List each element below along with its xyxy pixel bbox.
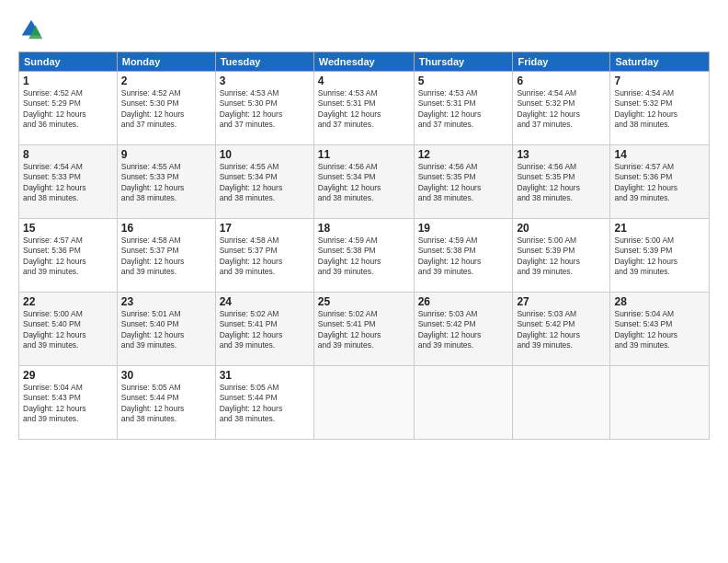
- day-info: Sunrise: 4:57 AM Sunset: 5:36 PM Dayligh…: [23, 236, 113, 278]
- day-number: 26: [418, 295, 509, 308]
- day-info: Sunrise: 4:58 AM Sunset: 5:37 PM Dayligh…: [121, 236, 211, 278]
- day-number: 5: [418, 75, 509, 87]
- header-day-thursday: Thursday: [414, 52, 513, 72]
- day-info: Sunrise: 5:02 AM Sunset: 5:41 PM Dayligh…: [318, 309, 410, 351]
- day-number: 16: [121, 222, 211, 235]
- day-number: 21: [614, 222, 705, 235]
- calendar-header-row: SundayMondayTuesdayWednesdayThursdayFrid…: [19, 52, 710, 72]
- day-info: Sunrise: 5:05 AM Sunset: 5:44 PM Dayligh…: [220, 383, 310, 425]
- calendar-cell: 9Sunrise: 4:55 AM Sunset: 5:33 PM Daylig…: [117, 145, 215, 219]
- calendar-cell: [414, 366, 513, 440]
- day-info: Sunrise: 4:55 AM Sunset: 5:33 PM Dayligh…: [121, 162, 211, 204]
- day-number: 6: [517, 75, 606, 87]
- day-number: 28: [614, 295, 705, 308]
- calendar-cell: 5Sunrise: 4:53 AM Sunset: 5:31 PM Daylig…: [414, 72, 513, 145]
- header-day-friday: Friday: [513, 52, 610, 72]
- day-info: Sunrise: 5:04 AM Sunset: 5:43 PM Dayligh…: [23, 383, 113, 425]
- day-info: Sunrise: 4:52 AM Sunset: 5:30 PM Dayligh…: [121, 88, 211, 131]
- calendar-cell: 22Sunrise: 5:00 AM Sunset: 5:40 PM Dayli…: [19, 293, 118, 366]
- day-number: 25: [318, 295, 410, 308]
- day-info: Sunrise: 5:00 AM Sunset: 5:39 PM Dayligh…: [517, 236, 606, 278]
- calendar-cell: 26Sunrise: 5:03 AM Sunset: 5:42 PM Dayli…: [414, 293, 513, 366]
- day-number: 14: [614, 148, 705, 161]
- day-number: 23: [121, 295, 211, 308]
- day-info: Sunrise: 5:02 AM Sunset: 5:41 PM Dayligh…: [220, 309, 310, 351]
- calendar-week-1: 1Sunrise: 4:52 AM Sunset: 5:29 PM Daylig…: [19, 72, 710, 145]
- day-info: Sunrise: 4:54 AM Sunset: 5:32 PM Dayligh…: [517, 88, 606, 131]
- day-number: 17: [220, 222, 310, 235]
- calendar-week-2: 8Sunrise: 4:54 AM Sunset: 5:33 PM Daylig…: [19, 145, 710, 219]
- day-info: Sunrise: 5:00 AM Sunset: 5:39 PM Dayligh…: [614, 236, 705, 278]
- calendar-cell: 11Sunrise: 4:56 AM Sunset: 5:34 PM Dayli…: [313, 145, 414, 219]
- calendar-cell: 27Sunrise: 5:03 AM Sunset: 5:42 PM Dayli…: [513, 293, 610, 366]
- day-info: Sunrise: 5:00 AM Sunset: 5:40 PM Dayligh…: [23, 309, 113, 351]
- calendar-cell: 29Sunrise: 5:04 AM Sunset: 5:43 PM Dayli…: [19, 366, 118, 440]
- day-number: 2: [121, 75, 211, 87]
- calendar-cell: 16Sunrise: 4:58 AM Sunset: 5:37 PM Dayli…: [117, 219, 215, 293]
- day-info: Sunrise: 4:53 AM Sunset: 5:31 PM Dayligh…: [318, 88, 410, 131]
- header-day-tuesday: Tuesday: [215, 52, 313, 72]
- day-number: 18: [318, 222, 410, 235]
- logo: [18, 17, 48, 42]
- day-info: Sunrise: 4:59 AM Sunset: 5:38 PM Dayligh…: [318, 236, 410, 278]
- day-number: 11: [318, 148, 410, 161]
- day-info: Sunrise: 4:53 AM Sunset: 5:31 PM Dayligh…: [418, 88, 509, 131]
- calendar-cell: 21Sunrise: 5:00 AM Sunset: 5:39 PM Dayli…: [610, 219, 710, 293]
- day-number: 24: [220, 295, 310, 308]
- day-number: 10: [220, 148, 310, 161]
- day-info: Sunrise: 4:56 AM Sunset: 5:35 PM Dayligh…: [517, 162, 606, 204]
- header-day-saturday: Saturday: [610, 52, 710, 72]
- calendar-cell: 30Sunrise: 5:05 AM Sunset: 5:44 PM Dayli…: [117, 366, 215, 440]
- day-number: 29: [23, 369, 113, 382]
- day-info: Sunrise: 5:01 AM Sunset: 5:40 PM Dayligh…: [121, 309, 211, 351]
- calendar-cell: [313, 366, 414, 440]
- calendar-cell: 2Sunrise: 4:52 AM Sunset: 5:30 PM Daylig…: [117, 72, 215, 145]
- day-number: 1: [23, 75, 113, 87]
- day-number: 22: [23, 295, 113, 308]
- header-day-monday: Monday: [117, 52, 215, 72]
- calendar-cell: 17Sunrise: 4:58 AM Sunset: 5:37 PM Dayli…: [215, 219, 313, 293]
- day-info: Sunrise: 4:59 AM Sunset: 5:38 PM Dayligh…: [418, 236, 509, 278]
- calendar-cell: 23Sunrise: 5:01 AM Sunset: 5:40 PM Dayli…: [117, 293, 215, 366]
- calendar-cell: 6Sunrise: 4:54 AM Sunset: 5:32 PM Daylig…: [513, 72, 610, 145]
- calendar-cell: 31Sunrise: 5:05 AM Sunset: 5:44 PM Dayli…: [215, 366, 313, 440]
- day-number: 15: [23, 222, 113, 235]
- calendar-cell: 14Sunrise: 4:57 AM Sunset: 5:36 PM Dayli…: [610, 145, 710, 219]
- header: [18, 17, 710, 42]
- day-info: Sunrise: 4:53 AM Sunset: 5:30 PM Dayligh…: [220, 88, 310, 131]
- day-number: 9: [121, 148, 211, 161]
- day-info: Sunrise: 5:04 AM Sunset: 5:43 PM Dayligh…: [614, 309, 705, 351]
- day-info: Sunrise: 4:54 AM Sunset: 5:32 PM Dayligh…: [614, 88, 705, 131]
- calendar-cell: 18Sunrise: 4:59 AM Sunset: 5:38 PM Dayli…: [313, 219, 414, 293]
- calendar-cell: [513, 366, 610, 440]
- calendar-cell: [610, 366, 710, 440]
- calendar-week-3: 15Sunrise: 4:57 AM Sunset: 5:36 PM Dayli…: [19, 219, 710, 293]
- day-info: Sunrise: 4:54 AM Sunset: 5:33 PM Dayligh…: [23, 162, 113, 204]
- day-info: Sunrise: 4:56 AM Sunset: 5:35 PM Dayligh…: [418, 162, 509, 204]
- calendar-cell: 28Sunrise: 5:04 AM Sunset: 5:43 PM Dayli…: [610, 293, 710, 366]
- day-info: Sunrise: 4:56 AM Sunset: 5:34 PM Dayligh…: [318, 162, 410, 204]
- calendar-cell: 13Sunrise: 4:56 AM Sunset: 5:35 PM Dayli…: [513, 145, 610, 219]
- day-info: Sunrise: 4:57 AM Sunset: 5:36 PM Dayligh…: [614, 162, 705, 204]
- day-info: Sunrise: 4:52 AM Sunset: 5:29 PM Dayligh…: [23, 88, 113, 131]
- day-number: 30: [121, 369, 211, 382]
- day-number: 7: [614, 75, 705, 87]
- calendar-week-4: 22Sunrise: 5:00 AM Sunset: 5:40 PM Dayli…: [19, 293, 710, 366]
- header-day-wednesday: Wednesday: [313, 52, 414, 72]
- calendar-cell: 19Sunrise: 4:59 AM Sunset: 5:38 PM Dayli…: [414, 219, 513, 293]
- calendar-cell: 15Sunrise: 4:57 AM Sunset: 5:36 PM Dayli…: [19, 219, 118, 293]
- calendar-cell: 3Sunrise: 4:53 AM Sunset: 5:30 PM Daylig…: [215, 72, 313, 145]
- day-info: Sunrise: 5:05 AM Sunset: 5:44 PM Dayligh…: [121, 383, 211, 425]
- calendar-cell: 4Sunrise: 4:53 AM Sunset: 5:31 PM Daylig…: [313, 72, 414, 145]
- day-number: 13: [517, 148, 606, 161]
- day-info: Sunrise: 5:03 AM Sunset: 5:42 PM Dayligh…: [418, 309, 509, 351]
- calendar-cell: 12Sunrise: 4:56 AM Sunset: 5:35 PM Dayli…: [414, 145, 513, 219]
- page: SundayMondayTuesdayWednesdayThursdayFrid…: [0, 0, 728, 563]
- calendar-cell: 20Sunrise: 5:00 AM Sunset: 5:39 PM Dayli…: [513, 219, 610, 293]
- day-number: 20: [517, 222, 606, 235]
- calendar-cell: 1Sunrise: 4:52 AM Sunset: 5:29 PM Daylig…: [19, 72, 118, 145]
- day-number: 3: [220, 75, 310, 87]
- header-day-sunday: Sunday: [19, 52, 118, 72]
- day-info: Sunrise: 5:03 AM Sunset: 5:42 PM Dayligh…: [517, 309, 606, 351]
- day-number: 12: [418, 148, 509, 161]
